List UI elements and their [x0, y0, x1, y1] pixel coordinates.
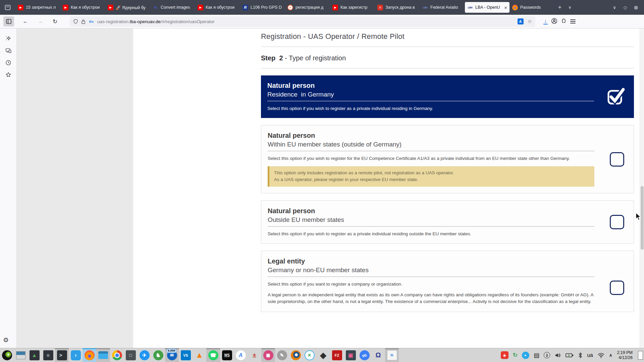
tab-9[interactable]: ≡Запуск дрона в [375, 2, 420, 13]
lba-favicon: LBA [422, 5, 428, 10]
expand-chevron-icon[interactable]: ∧ [609, 353, 612, 358]
shield-icon[interactable] [73, 19, 78, 24]
tab-7[interactable]: •регистрация д [285, 2, 330, 13]
bluetooth-icon[interactable] [578, 352, 583, 359]
option-card-natural-person-outside-eu[interactable]: Natural person Outside EU member states … [261, 200, 634, 244]
tab-2[interactable]: ▶Как я обустрои [60, 2, 105, 13]
card-subtitle: Outside EU member states [268, 216, 634, 224]
key-icon[interactable] [89, 19, 94, 24]
sidebar-toggle-icon[interactable] [3, 16, 14, 26]
window-shrink-icon[interactable]: ∨ [611, 5, 618, 10]
menu-hamburger-icon[interactable] [570, 19, 576, 23]
window-close-icon[interactable]: ⊗ [633, 4, 639, 11]
taskbar-app-goat-app[interactable]: ♞ [151, 348, 165, 362]
checkbox-empty[interactable] [610, 215, 624, 229]
tab-12[interactable]: Passwords [510, 2, 554, 13]
wifi-icon[interactable] [597, 352, 605, 358]
taskbar-app-blender[interactable] [289, 348, 303, 362]
tab-5[interactable]: ▶Как я обустрои [195, 2, 240, 13]
show-desktop-button[interactable] [638, 351, 643, 360]
volume-icon[interactable] [554, 352, 561, 359]
taskbar-app-opensuse-menu[interactable] [0, 348, 14, 362]
taskbar-app-file-manager[interactable] [96, 348, 110, 362]
tab-1[interactable]: ▶15 запретных л [15, 2, 60, 13]
account-icon[interactable] [551, 18, 557, 25]
history-icon[interactable] [3, 57, 14, 68]
synced-tabs-icon[interactable] [3, 45, 14, 56]
window-restore-icon[interactable]: ◇ [622, 5, 629, 10]
extension-icon[interactable] [561, 18, 567, 25]
forward-icon[interactable]: → [35, 16, 46, 26]
toolbar-right-icons: ↓ [543, 18, 576, 25]
list-all-tabs-button[interactable]: ∨ [565, 2, 575, 12]
taskbar-app-thunderbird[interactable]: ✉9,999 [165, 348, 179, 362]
warning-note: This option only includes registration a… [268, 166, 594, 186]
taskbar-app-app-store[interactable]: › [69, 348, 83, 362]
firefox-sidebar: ⚙ [0, 28, 17, 348]
checkbox-empty[interactable] [610, 152, 624, 167]
tab-3[interactable]: ▶🚀 Ядерный бу [105, 2, 150, 13]
taskbar-app-qbittorrent[interactable]: qb [358, 348, 371, 362]
taskbar-app-whatsapp[interactable]: ☎ [206, 348, 220, 362]
tab-11-active[interactable]: LBALBA - OpenU× [465, 2, 509, 13]
new-tab-button[interactable]: + [555, 2, 565, 12]
taskbar-app-image-viewer[interactable]: ▲ [28, 348, 41, 362]
clock[interactable]: 2:19 PM 4/12/26 [617, 350, 633, 360]
card-description: Select this option if you wish to regist… [267, 106, 594, 112]
taskbar-app-chrome[interactable] [110, 348, 124, 362]
option-card-natural-person-germany[interactable]: Natural person Residence in Germany Sele… [261, 75, 634, 118]
taskbar-app-audacity[interactable]: Ω [371, 348, 385, 362]
tab-8[interactable]: ▶Как зарегистр [330, 2, 375, 13]
checkbox-checked-icon[interactable] [606, 86, 627, 106]
checkbox-empty[interactable] [610, 281, 624, 295]
sync-icon[interactable]: ↻ [513, 352, 518, 359]
taskbar-app-gimp[interactable]: ✎ [275, 348, 289, 362]
taskbar-app-terminal[interactable]: > [55, 348, 69, 362]
option-card-legal-entity[interactable]: Legal entity Germany or non-EU member st… [261, 251, 634, 312]
translate-icon[interactable]: A [518, 18, 524, 24]
red-launcher-icon[interactable]: ◈ [501, 351, 508, 359]
taskbar-app-blue-a-app[interactable]: A [234, 348, 248, 362]
taskbar-app-photo-viewer[interactable]: ▣ [261, 348, 275, 362]
telegram-icon[interactable]: ▸ [522, 352, 529, 359]
taskbar-app-plane-app[interactable]: ✈ [138, 348, 151, 362]
taskbar-app-diff-tool[interactable]: ± [248, 348, 261, 362]
reload-icon[interactable]: ↻ [50, 16, 60, 26]
taskbar-app-webstorm[interactable]: WS [220, 348, 234, 362]
taskbar-app-vlc[interactable]: ▲ [193, 348, 206, 362]
tab-close-icon[interactable]: × [504, 5, 507, 10]
bookmark-star-icon[interactable]: ☆ [528, 18, 532, 24]
back-icon[interactable]: ← [20, 16, 31, 26]
url-bar[interactable]: uas-registration.lba-openuav.de/#/regist… [70, 16, 535, 27]
tab-6[interactable]: RL106 Pro GPS D [240, 2, 285, 13]
app-store-icon: › [71, 350, 81, 360]
bookmarks-icon[interactable] [3, 69, 14, 80]
taskbar-app-pdf-viewer[interactable]: ≈ [385, 348, 399, 362]
taskbar-app-x-app[interactable]: × [303, 348, 316, 362]
taskbar-app-filezilla[interactable]: FZ [330, 348, 344, 362]
taskbar-app-virtual-desktop[interactable] [14, 348, 28, 362]
taskbar-app-text-document[interactable]: □ [124, 348, 138, 362]
tab-10[interactable]: LBAFederal Aviatio [420, 2, 465, 13]
ai-sparkle-icon[interactable] [3, 33, 14, 44]
card-divider [268, 151, 594, 151]
downloads-icon[interactable]: ↓ [543, 18, 548, 24]
settings-gear-icon[interactable]: ⚙ [3, 336, 9, 344]
clipboard-icon[interactable]: ▤ [534, 352, 539, 359]
goat-app-icon: ♞ [153, 350, 163, 360]
option-card-natural-person-eu[interactable]: Natural person Within EU member states (… [261, 125, 634, 193]
taskbar-app-firefox[interactable] [83, 348, 96, 362]
keyboard-layout-icon[interactable]: ua [587, 352, 593, 358]
battery-charging-icon[interactable] [566, 353, 574, 358]
page-scrollbar[interactable] [640, 28, 644, 348]
tab-4[interactable]: ≈Convert images [150, 2, 195, 13]
media-pause-icon[interactable]: ∥ [544, 352, 550, 358]
taskbar-app-screenshot-tool[interactable]: ▣ [344, 348, 358, 362]
taskbar-app-settings[interactable]: ≡ [41, 348, 55, 362]
taskbar-app-diamond-app[interactable]: ◆ [316, 348, 330, 362]
firefox-view-icon[interactable] [2, 2, 13, 12]
taskbar-app-vscode[interactable]: VS [179, 348, 193, 362]
lock-icon[interactable] [81, 19, 86, 24]
regcircle-favicon: • [287, 5, 293, 10]
mouse-cursor [635, 213, 643, 221]
